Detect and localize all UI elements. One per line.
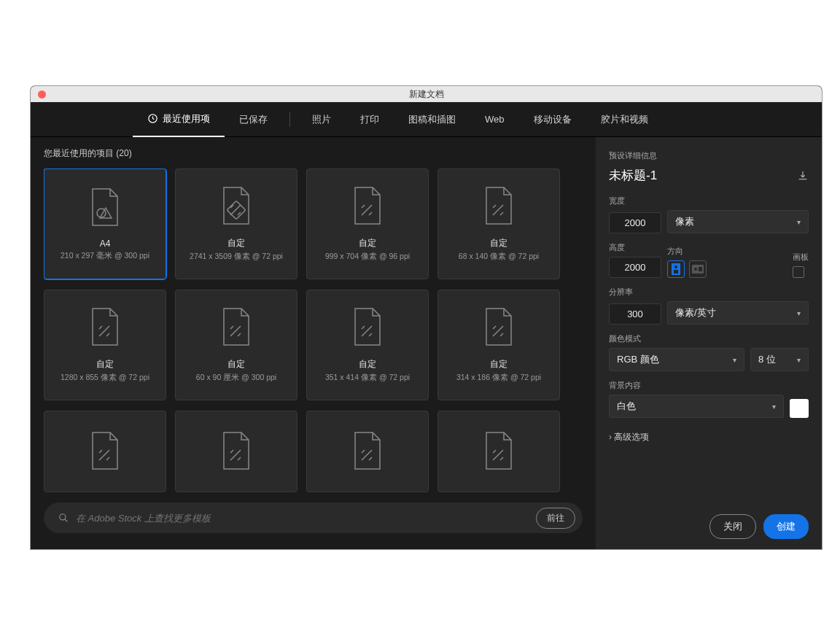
document-shapes-icon [88,187,122,228]
svg-rect-9 [699,267,702,271]
document-custom-icon [219,307,253,348]
preset-title: 自定 [490,237,508,249]
preset-sub: 68 x 140 像素 @ 72 ppi [459,252,539,262]
presets-panel: 您最近使用的项目 (20) A4 210 x 297 毫米 @ 300 ppi … [31,137,596,549]
resolution-input[interactable] [609,303,661,325]
save-preset-icon[interactable] [797,170,809,182]
artboard-checkbox[interactable] [793,266,804,278]
tab-print[interactable]: 打印 [346,102,394,137]
height-input[interactable] [609,257,661,278]
document-custom-icon [351,307,384,348]
preset-card[interactable]: 自定 68 x 140 像素 @ 72 ppi [438,168,560,279]
preset-title: 自定 [228,358,245,371]
tab-art[interactable]: 图稿和插图 [394,102,470,137]
preset-card[interactable] [438,411,560,492]
window-title: 新建文档 [409,89,444,99]
svg-point-8 [694,268,697,271]
preset-card[interactable]: 自定 351 x 414 像素 @ 72 ppi [306,290,429,400]
document-custom-icon [482,307,516,348]
titlebar: 新建文档 [31,86,822,102]
preset-card[interactable]: 自定 2741 x 3509 像素 @ 72 ppi [175,168,298,279]
preset-details-panel: 预设详细信息 未标题-1 宽度 像素▾ 高度 方向 [596,137,822,549]
advanced-options-toggle[interactable]: 高级选项 [609,431,809,443]
chevron-down-icon: ▾ [797,218,801,226]
stock-go-button[interactable]: 前往 [536,508,575,529]
preset-card[interactable]: 自定 999 x 704 像素 @ 96 ppi [306,168,429,279]
close-button[interactable]: 关闭 [709,514,756,539]
tab-photo[interactable]: 照片 [298,102,346,137]
new-document-dialog: 新建文档 最近使用项 已保存 照片 打印 图稿和插图 Web 移动设备 胶片和视… [31,86,822,549]
preset-card[interactable]: 自定 314 x 186 像素 @ 72 ppi [438,290,560,400]
chevron-down-icon: ▾ [772,403,776,411]
window-close-dot[interactable] [38,90,46,98]
clock-icon [147,113,158,124]
preset-sub: 210 x 297 毫米 @ 300 ppi [61,251,149,261]
background-color-swatch[interactable] [790,399,809,418]
tab-recent[interactable]: 最近使用项 [133,102,225,137]
document-name[interactable]: 未标题-1 [609,167,657,184]
background-label: 背景内容 [609,380,809,391]
preset-title: 自定 [96,358,114,371]
category-tabs: 最近使用项 已保存 照片 打印 图稿和插图 Web 移动设备 胶片和视频 [31,102,822,137]
artboard-label: 画板 [793,252,809,263]
preset-sub: 60 x 90 厘米 @ 300 ppi [196,373,276,383]
tab-mobile[interactable]: 移动设备 [519,102,586,137]
resolution-label: 分辨率 [609,287,809,298]
color-mode-label: 颜色模式 [609,333,809,344]
preset-sub: 2741 x 3509 像素 @ 72 ppi [190,252,283,262]
orientation-label: 方向 [667,246,707,257]
create-button[interactable]: 创建 [763,514,809,539]
stock-search-input[interactable] [76,513,536,524]
stock-search-bar: 前往 [44,503,583,533]
tab-divider [289,112,290,127]
orientation-landscape[interactable] [689,260,707,278]
preset-card[interactable]: 自定 60 x 90 厘米 @ 300 ppi [175,290,298,400]
document-custom-icon [88,307,122,348]
preset-card[interactable]: 自定 1280 x 855 像素 @ 72 ppi [44,290,166,400]
preset-title: 自定 [359,237,376,249]
preset-sub: 351 x 414 像素 @ 72 ppi [325,373,410,383]
preset-details-header: 预设详细信息 [609,150,809,161]
preset-title: A4 [100,238,111,249]
tab-saved[interactable]: 已保存 [225,102,282,137]
document-custom-icon [351,431,384,472]
preset-title: 自定 [228,237,245,249]
document-custom-icon [219,431,253,472]
resolution-unit-select[interactable]: 像素/英寸▾ [667,301,809,325]
preset-sub: 314 x 186 像素 @ 72 ppi [456,373,541,383]
preset-title: 自定 [359,358,376,371]
orientation-portrait[interactable] [667,260,685,278]
bit-depth-select[interactable]: 8 位▾ [750,348,809,371]
chevron-down-icon: ▾ [797,309,801,317]
height-label: 高度 [609,242,661,253]
chevron-down-icon: ▾ [797,356,801,364]
document-custom-icon [482,186,516,227]
tab-web[interactable]: Web [470,102,519,137]
document-custom-icon [351,186,384,227]
preset-grid: A4 210 x 297 毫米 @ 300 ppi 自定 2741 x 3509… [44,168,583,492]
document-custom-icon [219,186,253,227]
tab-film[interactable]: 胶片和视频 [586,102,663,137]
svg-point-5 [674,265,677,268]
width-label: 宽度 [609,195,809,206]
preset-card[interactable] [44,411,166,492]
svg-point-3 [60,514,66,520]
preset-sub: 999 x 704 像素 @ 96 ppi [325,252,410,262]
preset-card[interactable]: A4 210 x 297 毫米 @ 300 ppi [44,168,166,279]
chevron-down-icon: ▾ [733,356,736,364]
svg-rect-6 [674,270,678,274]
preset-sub: 1280 x 855 像素 @ 72 ppi [61,373,149,383]
preset-title: 自定 [490,358,508,371]
preset-card[interactable] [175,411,298,492]
document-custom-icon [88,431,122,472]
background-select[interactable]: 白色▾ [609,395,784,418]
recent-items-label: 您最近使用的项目 (20) [44,147,583,160]
color-mode-select[interactable]: RGB 颜色▾ [609,348,744,371]
preset-card[interactable] [306,411,429,492]
search-icon [58,513,69,523]
width-input[interactable] [609,212,661,233]
width-unit-select[interactable]: 像素▾ [667,210,809,233]
document-custom-icon [482,431,516,472]
